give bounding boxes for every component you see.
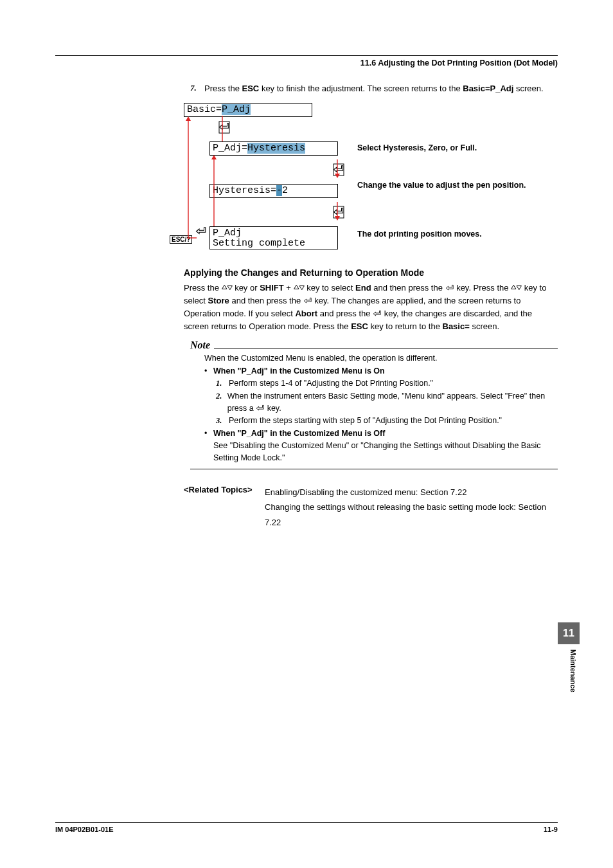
note-bullet-on: When "P_Adj" in the Customized Menu is O… [213,365,385,377]
annotation-3: The dot printing position moves. [357,229,550,240]
note-step-1: Perform steps 1-4 of "Adjusting the Dot … [229,377,433,390]
body-paragraph: Press the key or SHIFT + key to select E… [184,282,558,334]
flow-arrow-down-1 [334,154,341,184]
related-line-2: Changing the settings without releasing … [265,500,558,530]
flow-arrow-up-mid [211,154,217,226]
chapter-tab: 11 [558,622,580,644]
note-step-3: Perform the steps starting with step 5 o… [229,415,502,427]
lcd-box-complete: P_Adj Setting complete [209,226,338,249]
related-topics: <Related Topics> Enabling/Disabling the … [184,485,558,530]
flow-arrow-up-left [185,116,191,239]
chapter-tab-label: Maintenance [569,649,577,692]
updown-icon [294,284,305,291]
subsection-heading: Applying the Changes and Returning to Op… [184,267,558,278]
footer-doc-id: IM 04P02B01-01E [55,826,114,833]
enter-icon [445,284,454,291]
enter-icon [303,297,312,304]
updown-icon [511,284,522,291]
annotation-2: Change the value to adjust the pen posit… [357,180,550,191]
note-bullet-off-body: See "Disabling the Customized Menu" or "… [213,440,558,465]
flow-arrow-down-2 [334,197,341,226]
updown-icon [222,284,233,291]
note-bullet-off: When "P_Adj" in the Customized Menu is O… [213,428,385,440]
lcd-box-basic: Basic=P_Adj [184,103,312,118]
enter-icon [256,404,265,411]
enter-icon [195,226,207,237]
lcd-box-padj: P_Adj=Hysteresis [209,141,338,156]
section-header: 11.6 Adjusting the Dot Printing Position… [55,59,558,68]
related-line-1: Enabling/Disabling the customized menu: … [265,485,558,500]
note-intro: When the Customized Menu is enabled, the… [204,352,558,365]
enter-icon [373,310,382,317]
annotation-1: Select Hysteresis, Zero, or Full. [357,143,550,154]
step-7-text: Press the ESC key to finish the adjustme… [204,83,558,95]
menu-flow-diagram: Basic=P_Adj P_Adj=Hysteresis Select Hyst… [184,103,558,255]
note-step-2: When the instrument enters Basic Setting… [227,390,558,415]
note-block: Note When the Customized Menu is enabled… [190,339,558,469]
step-number-7: 7. [190,83,204,93]
footer-page-number: 11-9 [544,826,558,833]
related-topics-label: <Related Topics> [184,485,265,530]
note-title: Note [190,339,210,351]
flow-line-1 [219,116,226,141]
lcd-box-hysteresis: Hysteresis=-2 [209,184,338,199]
